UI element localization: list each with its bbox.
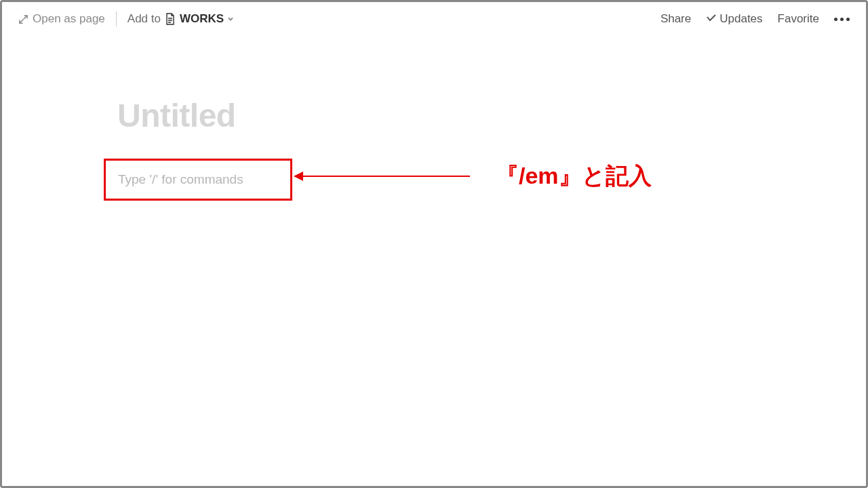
chevron-down-icon <box>226 15 235 23</box>
page-title[interactable]: Untitled <box>117 97 866 134</box>
open-as-page-label: Open as page <box>33 12 105 26</box>
check-icon <box>706 14 717 24</box>
annotation-text: 『/em』と記入 <box>496 161 652 192</box>
more-menu-button[interactable] <box>834 18 850 21</box>
command-input-placeholder: Type '/' for commands <box>118 172 243 187</box>
favorite-button[interactable]: Favorite <box>778 12 819 26</box>
breadcrumb-label: WORKS <box>180 12 224 26</box>
divider <box>116 12 117 26</box>
expand-icon <box>18 14 28 24</box>
breadcrumb[interactable]: WORKS <box>180 12 235 26</box>
updates-label: Updates <box>719 12 762 26</box>
topbar: Open as page Add to WORKS <box>2 2 866 36</box>
topbar-left: Open as page Add to WORKS <box>18 12 235 26</box>
add-to-label: Add to <box>127 12 161 26</box>
updates-button[interactable]: Updates <box>706 12 762 26</box>
command-input-highlight[interactable]: Type '/' for commands <box>104 159 292 201</box>
document-icon <box>165 13 176 25</box>
annotation-arrow <box>295 176 470 177</box>
favorite-label: Favorite <box>778 12 819 26</box>
open-as-page-button[interactable]: Open as page <box>18 12 105 26</box>
topbar-right: Share Updates Favorite <box>660 12 850 26</box>
annotation: 『/em』と記入 <box>295 161 652 192</box>
add-to-button[interactable]: Add to WORKS <box>127 12 235 26</box>
share-label: Share <box>660 12 691 26</box>
share-button[interactable]: Share <box>660 12 691 26</box>
